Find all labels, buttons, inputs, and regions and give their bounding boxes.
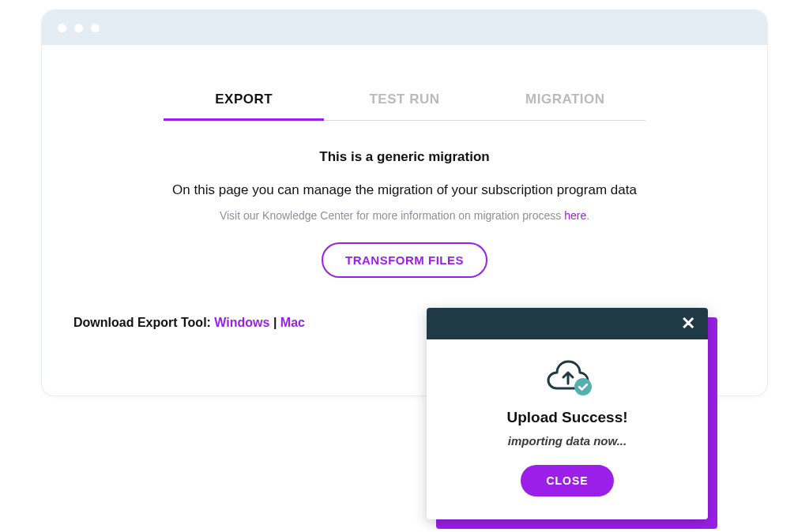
modal-header: ✕: [427, 308, 708, 339]
download-separator: |: [269, 316, 280, 329]
page-subtitle: On this page you can manage the migratio…: [73, 182, 736, 198]
help-link[interactable]: here: [564, 209, 586, 222]
browser-titlebar: [42, 10, 767, 45]
tab-bar: EXPORT TEST RUN MIGRATION: [164, 77, 645, 121]
window-dot-icon: [91, 24, 100, 32]
close-button[interactable]: CLOSE: [521, 465, 613, 496]
help-text: Visit our Knowledge Center for more info…: [73, 209, 736, 222]
download-windows-link[interactable]: Windows: [214, 316, 269, 329]
upload-success-modal: ✕ Upload Success! importing data now... …: [427, 308, 708, 519]
window-dot-icon: [74, 24, 83, 32]
cloud-upload-success-icon: [540, 357, 594, 396]
help-prefix: Visit our Knowledge Center for more info…: [220, 209, 564, 222]
page-title: This is a generic migration: [73, 149, 736, 165]
tab-migration[interactable]: MIGRATION: [485, 77, 645, 121]
help-suffix: .: [586, 209, 589, 222]
download-label: Download Export Tool:: [73, 316, 214, 329]
window-dot-icon: [58, 24, 66, 32]
close-icon[interactable]: ✕: [678, 313, 698, 334]
tab-export[interactable]: EXPORT: [164, 77, 324, 121]
upload-icon-wrap: [442, 357, 692, 396]
modal-subtitle: importing data now...: [442, 434, 692, 448]
download-mac-link[interactable]: Mac: [280, 316, 305, 329]
export-content: This is a generic migration On this page…: [73, 149, 736, 278]
modal-body: Upload Success! importing data now... CL…: [427, 339, 708, 512]
tab-test-run[interactable]: TEST RUN: [324, 77, 484, 121]
svg-point-0: [574, 378, 592, 395]
transform-files-button[interactable]: TRANSFORM FILES: [322, 242, 487, 278]
modal-title: Upload Success!: [442, 409, 692, 426]
